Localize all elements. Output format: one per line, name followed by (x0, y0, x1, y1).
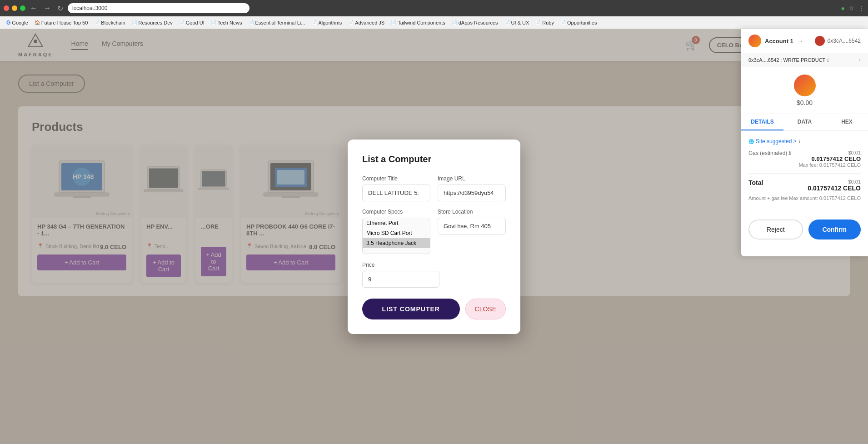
gas-max-fee: Max fee: 0.01757412 CELO (799, 162, 861, 168)
wallet-addr-avatar (815, 36, 825, 46)
list-computer-modal: List a Computer Computer Title Image URL… (348, 140, 520, 334)
bookmark-tech-news[interactable]: 📄 Tech News (208, 19, 245, 26)
gas-label-text: Gas (estimated) (748, 150, 787, 156)
browser-forward-btn[interactable]: → (42, 3, 53, 13)
url-text: localhost:3000 (72, 5, 107, 11)
wallet-site-suggested[interactable]: 🌐 Site suggested > ℹ (748, 138, 861, 145)
bookmark-essential-terminal[interactable]: 📄 Essential Terminal Li... (246, 19, 308, 26)
computer-title-label: Computer Title (362, 175, 430, 182)
browser-extension-icons: ● ☆ ⋮ (841, 5, 864, 12)
computer-title-input[interactable] (362, 185, 430, 201)
wallet-addr-text: 0x3cA....6542 (828, 38, 861, 44)
computer-title-group: Computer Title (362, 175, 430, 201)
browser-maximize-btn[interactable] (20, 5, 25, 11)
bookmark-resources-dev-label: Resources Dev (139, 20, 173, 25)
total-right: $0.01 0.01757412 CELO (808, 179, 861, 192)
browser-back-btn[interactable]: ← (28, 3, 39, 13)
wallet-tab-data[interactable]: DATA (783, 114, 826, 130)
gas-fee-celo: 0.01757412 CELO (799, 155, 861, 162)
close-modal-btn[interactable]: CLOSE (465, 299, 506, 319)
url-bar[interactable]: localhost:3000 (68, 3, 249, 13)
browser-refresh-btn[interactable]: ↻ (55, 3, 65, 14)
bookmark-ruby-label: Ruby (542, 20, 554, 25)
bookmark-blockchain-label: Blockchain (101, 20, 125, 25)
bookmark-opportunities-label: Opportunities (567, 20, 597, 25)
reject-button[interactable]: Reject (748, 220, 803, 239)
browser-minimize-btn[interactable] (12, 5, 17, 11)
total-usd: $0.01 (808, 179, 861, 185)
browser-close-btn[interactable] (4, 5, 9, 11)
list-computer-submit-btn[interactable]: LIST COMPUTER (362, 299, 460, 319)
globe-icon: 🌐 (748, 139, 754, 144)
bookmarks-bar: G Google 🏠 Future House Top 50 📄 Blockch… (0, 16, 868, 29)
bookmark-dapps-label: dApps Resources (459, 20, 498, 25)
computer-specs-group: Computer Specs Ethernet Port Micro SD Ca… (362, 209, 430, 254)
amount-gas-text: Amount + gas fee (748, 195, 788, 201)
computer-specs-label: Computer Specs (362, 209, 430, 215)
store-location-group: Store Location (438, 209, 506, 254)
confirm-button[interactable]: Confirm (808, 220, 861, 239)
image-url-label: Image URL (438, 175, 506, 182)
wallet-details-body: 🌐 Site suggested > ℹ Gas (estimated) ℹ $… (741, 131, 868, 208)
amount-gas-row: Amount + gas fee Max amount: 0.01757412 … (748, 195, 861, 201)
bookmark-future-house[interactable]: 🏠 Future House Top 50 (32, 19, 91, 26)
bookmark-advanced-js[interactable]: 📄 Advanced JS (345, 19, 387, 26)
gas-fee-usd: $0.01 (799, 150, 861, 155)
bookmark-ui-ux-label: UI & UX (511, 20, 529, 25)
bookmark-advanced-js-label: Advanced JS (355, 20, 384, 25)
bookmark-icon[interactable]: ☆ (848, 5, 854, 12)
chevron-right-icon: › (859, 57, 861, 63)
max-amount-text: Max amount: 0.01757412 CELO (789, 195, 861, 201)
wallet-avatar (748, 35, 761, 47)
modal-form-row-2: Computer Specs Ethernet Port Micro SD Ca… (362, 209, 506, 254)
app-container: MAFRAQE Home My Computers 🛒 0 CELO BAL: … (0, 29, 868, 444)
bookmark-dapps[interactable]: 📄 dApps Resources (449, 19, 501, 26)
bookmark-good-ui-label: Good UI (186, 20, 205, 25)
bookmark-blockchain[interactable]: 📄 Blockchain (91, 19, 128, 26)
wallet-tab-hex[interactable]: HEX (826, 114, 868, 130)
total-row: Total $0.01 0.01757412 CELO (748, 179, 861, 192)
gas-info-icon: ℹ (789, 150, 791, 156)
wallet-panel-subheader: 0x3cA....6542 : WRITE PRODUCT ℹ › (741, 53, 868, 67)
wallet-address-right: 0x3cA....6542 (815, 36, 861, 46)
bookmark-ruby[interactable]: 📄 Ruby (533, 19, 557, 26)
extension-icon-1[interactable]: ● (841, 5, 845, 12)
gas-fee-values: $0.01 0.01757412 CELO Max fee: 0.0175741… (799, 150, 861, 168)
bookmark-opportunities[interactable]: 📄 Opportunities (558, 19, 599, 26)
bookmark-ui-ux[interactable]: 📄 UI & UX (502, 19, 532, 26)
bookmark-google[interactable]: G Google (4, 19, 31, 27)
spec-option-ethernet[interactable]: Ethernet Port (363, 218, 430, 228)
bookmark-algorithms[interactable]: 📄 Algorithms (309, 19, 344, 26)
gas-fee-label: Gas (estimated) ℹ (748, 150, 791, 156)
bookmark-algorithms-label: Algorithms (318, 20, 342, 25)
bookmark-good-ui[interactable]: 📄 Good UI (176, 19, 207, 26)
spec-option-microsd[interactable]: Micro SD Cart Port (363, 228, 430, 238)
computer-specs-select[interactable]: Ethernet Port Micro SD Cart Port 3.5 Hea… (362, 218, 430, 254)
bookmark-future-house-label: Future House Top 50 (41, 20, 88, 25)
gas-fee-row: Gas (estimated) ℹ $0.01 0.01757412 CELO … (748, 150, 861, 168)
bookmark-google-label: Google (12, 20, 28, 25)
total-celo: 0.01757412 CELO (808, 185, 861, 192)
modal-actions: LIST COMPUTER CLOSE (362, 299, 506, 319)
price-input[interactable] (362, 271, 439, 288)
wallet-arrow-icon[interactable]: → (797, 37, 803, 45)
image-url-input[interactable] (438, 185, 506, 201)
wallet-tab-details[interactable]: DETAILS (741, 114, 783, 130)
write-product-badge: 0x3cA....6542 : WRITE PRODUCT ℹ (748, 57, 829, 63)
store-location-input[interactable] (438, 218, 506, 234)
bookmark-tech-news-label: Tech News (218, 20, 242, 25)
fee-divider (748, 173, 861, 174)
spec-option-headphone[interactable]: 3.5 Headphone Jack (363, 238, 430, 248)
modal-form-row-1: Computer Title Image URL (362, 175, 506, 201)
wallet-balance-section: $0.00 (741, 67, 868, 114)
wallet-panel-header: Account 1 → 0x3cA....6542 (741, 29, 868, 53)
browser-chrome: ← → ↻ localhost:3000 ● ☆ ⋮ (0, 0, 868, 16)
wallet-big-avatar (794, 75, 816, 96)
info-icon: ℹ (827, 58, 829, 63)
bookmark-resources-dev[interactable]: 📄 Resources Dev (129, 19, 175, 26)
bookmark-tailwind[interactable]: 📄 Tailwind Components (388, 19, 448, 26)
extension-icon-2[interactable]: ⋮ (858, 5, 864, 12)
bookmark-essential-terminal-label: Essential Terminal Li... (255, 20, 305, 25)
wallet-tabs: DETAILS DATA HEX (741, 114, 868, 131)
wallet-account-info: Account 1 → (748, 35, 803, 47)
